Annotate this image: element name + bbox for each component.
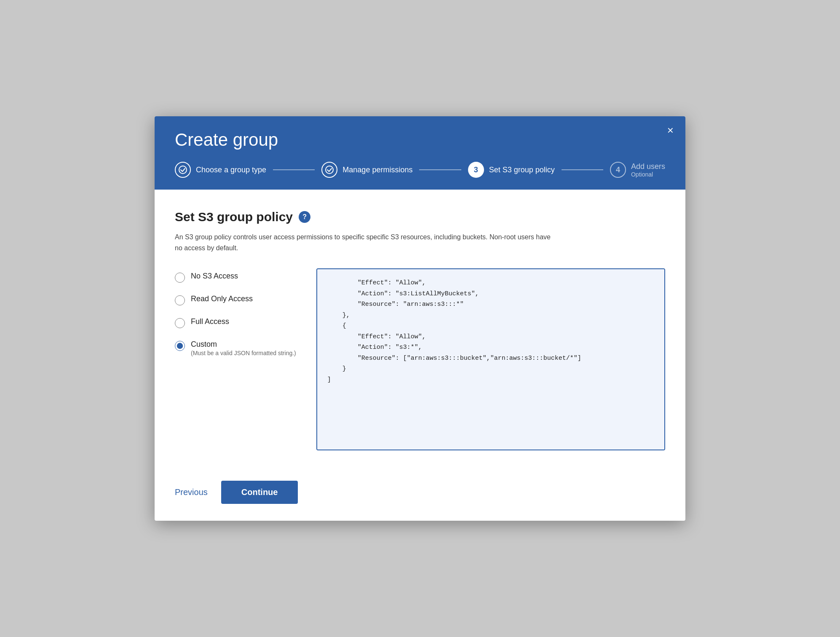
modal-title: Create group — [175, 130, 665, 150]
step-1-label: Choose a group type — [196, 166, 266, 174]
radio-full-access-label: Full Access — [191, 317, 229, 326]
radio-full-access[interactable]: Full Access — [175, 317, 296, 328]
radio-custom-sublabel: (Must be a valid JSON formatted string.) — [191, 350, 296, 356]
svg-point-0 — [179, 166, 187, 174]
stepper: Choose a group type Manage permissions 3… — [175, 162, 665, 178]
step-2-label: Manage permissions — [342, 166, 412, 174]
radio-group: No S3 Access Read Only Access Full Acces… — [175, 268, 296, 450]
modal-body: Set S3 group policy ? An S3 group policy… — [155, 190, 685, 467]
step-4-label-group: Add users Optional — [631, 162, 665, 178]
radio-custom-input[interactable] — [175, 341, 185, 351]
step-manage-permissions: Manage permissions — [321, 162, 412, 178]
step-4-sublabel: Optional — [631, 171, 665, 178]
modal-header: × Create group Choose a group type — [155, 116, 685, 190]
step-4-circle: 4 — [610, 162, 626, 178]
step-set-s3-policy: 3 Set S3 group policy — [468, 162, 555, 178]
json-editor-wrap: "Effect": "Allow", "Action": "s3:ListAll… — [316, 268, 665, 450]
previous-button[interactable]: Previous — [175, 482, 208, 502]
radio-read-only-access[interactable]: Read Only Access — [175, 294, 296, 305]
radio-custom[interactable]: Custom (Must be a valid JSON formatted s… — [175, 340, 296, 356]
section-title-text: Set S3 group policy — [175, 210, 293, 224]
section-title-row: Set S3 group policy ? — [175, 210, 665, 224]
connector-1 — [273, 169, 315, 170]
step-2-circle — [321, 162, 337, 178]
step-4-label: Add users — [631, 162, 665, 171]
step-1-circle — [175, 162, 191, 178]
radio-read-only-access-label: Read Only Access — [191, 294, 253, 303]
connector-3 — [562, 169, 603, 170]
radio-no-s3-access-label: No S3 Access — [191, 272, 238, 281]
step-3-label: Set S3 group policy — [489, 166, 555, 174]
create-group-modal: × Create group Choose a group type — [155, 116, 685, 521]
connector-2 — [419, 169, 461, 170]
step-choose-group-type: Choose a group type — [175, 162, 266, 178]
json-editor[interactable]: "Effect": "Allow", "Action": "s3:ListAll… — [317, 269, 664, 450]
radio-no-s3-access[interactable]: No S3 Access — [175, 272, 296, 283]
radio-full-access-input[interactable] — [175, 318, 185, 328]
step-3-circle: 3 — [468, 162, 484, 178]
section-description: An S3 group policy controls user access … — [175, 232, 554, 253]
step-add-users: 4 Add users Optional — [610, 162, 665, 178]
help-icon[interactable]: ? — [299, 211, 310, 223]
modal-footer: Previous Continue — [155, 467, 685, 521]
svg-point-1 — [326, 166, 333, 174]
radio-custom-label: Custom — [191, 340, 296, 349]
content-area: No S3 Access Read Only Access Full Acces… — [175, 268, 665, 450]
radio-read-only-access-input[interactable] — [175, 295, 185, 305]
continue-button[interactable]: Continue — [221, 481, 298, 504]
radio-no-s3-access-input[interactable] — [175, 273, 185, 283]
close-button[interactable]: × — [667, 125, 674, 136]
